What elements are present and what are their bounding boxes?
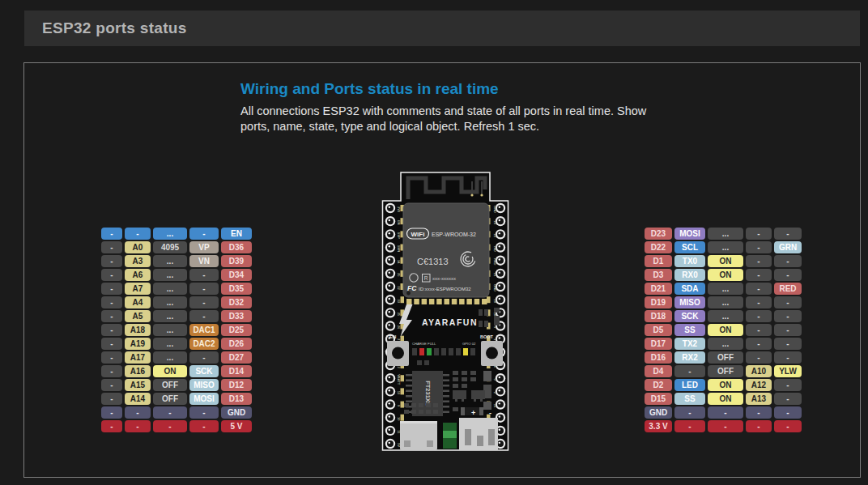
- pin-cell: A15: [125, 379, 151, 391]
- pin-cell: -: [746, 310, 772, 322]
- pin-row: --...-EN: [101, 228, 252, 240]
- battery-connector: [459, 418, 498, 450]
- right-pin-table: D23MOSI...--D22SCL...-GRND1TX0ON--D3RX0O…: [645, 228, 802, 432]
- pin-cell: EN: [221, 228, 252, 240]
- pin-cell: YLW: [774, 365, 802, 377]
- pin-cell: -: [774, 379, 802, 391]
- pin-cell: -: [708, 420, 743, 432]
- pin-cell: D3: [645, 269, 672, 281]
- svg-text:21: 21: [493, 273, 497, 277]
- svg-text:TXD: TXD: [493, 245, 497, 252]
- pin-cell: -: [101, 338, 122, 350]
- pin-cell: RX0: [674, 269, 705, 281]
- pin-cell: VN: [189, 255, 219, 267]
- serial-text: xxx-xxxxxx: [432, 276, 456, 281]
- pin-cell: -: [101, 393, 122, 405]
- pin-cell: -: [101, 324, 122, 336]
- pin-row: D16RX2OFF--: [645, 351, 802, 364]
- pin-cell: D5: [645, 324, 672, 336]
- pin-row: D23MOSI...--: [645, 228, 802, 240]
- pin-cell: ...: [708, 310, 743, 322]
- pin-cell: -: [674, 420, 705, 432]
- pin-cell: D21: [645, 283, 672, 295]
- pin-cell: -: [746, 283, 772, 295]
- pin-cell: -: [101, 351, 122, 364]
- pin-cell: A13: [746, 393, 772, 405]
- svg-text:32: 32: [397, 286, 401, 290]
- svg-text:23: 23: [493, 220, 497, 224]
- pin-cell: A10: [746, 365, 772, 377]
- pin-cell: D16: [645, 351, 672, 364]
- svg-text:35: 35: [397, 273, 401, 277]
- pin-cell: -: [101, 420, 122, 432]
- pin-cell: SDA: [674, 283, 705, 295]
- pin-cell: ON: [708, 269, 743, 281]
- battery-plus-label: +: [471, 409, 475, 417]
- pin-cell: -: [674, 406, 705, 419]
- pin-cell: MISO: [674, 296, 705, 308]
- pin-cell: ON: [708, 255, 743, 267]
- pin-cell: RED: [774, 283, 802, 295]
- esp-module: [403, 203, 489, 297]
- pin-row: -A4...-D32: [101, 296, 252, 308]
- pin-cell: -: [774, 324, 802, 336]
- brand-text: AYARAFUN: [422, 317, 478, 327]
- svg-text:SVP: SVP: [397, 232, 401, 239]
- pin-cell: -: [746, 420, 772, 432]
- pin-cell: D33: [221, 310, 252, 322]
- pin-cell: -: [774, 296, 802, 308]
- pin-cell: D26: [221, 338, 252, 350]
- pin-cell: 3.3 V: [645, 420, 672, 432]
- pin-cell: A19: [125, 338, 151, 350]
- pin-cell: D27: [221, 351, 252, 364]
- pin-row: D5SSON--: [645, 324, 802, 336]
- pin-cell: -: [774, 420, 802, 432]
- pin-cell: D13: [221, 393, 252, 405]
- pin-cell: -: [774, 269, 802, 281]
- pin-cell: 5 V: [221, 420, 252, 432]
- pin-cell: DAC2: [189, 338, 219, 350]
- pin-cell: -: [746, 228, 772, 240]
- pin-cell: -: [746, 296, 772, 308]
- pin-cell: -: [746, 406, 772, 419]
- pin-cell: MOSI: [189, 393, 219, 405]
- module-pads: [406, 299, 487, 304]
- pin-cell: -: [774, 255, 802, 267]
- usb-uart-chip: FT231XS: [409, 371, 446, 416]
- pin-cell: ...: [153, 296, 187, 308]
- svg-text:34: 34: [397, 260, 401, 264]
- voltage-regulator: [443, 423, 457, 449]
- en-button: [387, 341, 409, 366]
- pin-cell: GND: [645, 406, 672, 419]
- pin-cell: ...: [153, 310, 187, 322]
- pin-cell: -: [774, 406, 802, 419]
- pin-cell: D23: [645, 228, 672, 240]
- svg-text:VBATT: VBATT: [397, 374, 401, 385]
- pin-cell: A7: [125, 283, 151, 295]
- pin-cell: D32: [221, 296, 252, 308]
- pin-row: 3.3 V----: [645, 420, 802, 432]
- pin-cell: ON: [153, 365, 187, 377]
- pin-cell: -: [774, 338, 802, 350]
- red-led: [419, 348, 424, 355]
- pin-cell: -: [189, 351, 219, 364]
- pin-cell: ...: [708, 241, 743, 253]
- esp32-board-image: 3V3ENSVPSVN343532332526271412VBATT139101…: [381, 172, 509, 451]
- pin-cell: D4: [645, 365, 672, 377]
- antenna-pad: [470, 194, 473, 196]
- pin-cell: ...: [708, 296, 743, 308]
- pin-row: D22SCL...-GRN: [645, 241, 802, 253]
- pin-cell: SCK: [674, 310, 705, 322]
- pin-cell: D12: [221, 379, 252, 391]
- pin-cell: -: [774, 228, 802, 240]
- pin-cell: SS: [674, 393, 705, 405]
- pin-cell: LED: [674, 379, 705, 391]
- pin-cell: D2: [645, 379, 672, 391]
- pin-row: -A6...-D34: [101, 269, 252, 281]
- pin-cell: SS: [674, 324, 705, 336]
- usb-connector: [400, 421, 437, 450]
- pin-cell: D22: [645, 241, 672, 253]
- r-mark-text: R: [424, 275, 428, 281]
- pin-cell: -: [101, 283, 122, 295]
- pin-cell: -: [674, 365, 705, 377]
